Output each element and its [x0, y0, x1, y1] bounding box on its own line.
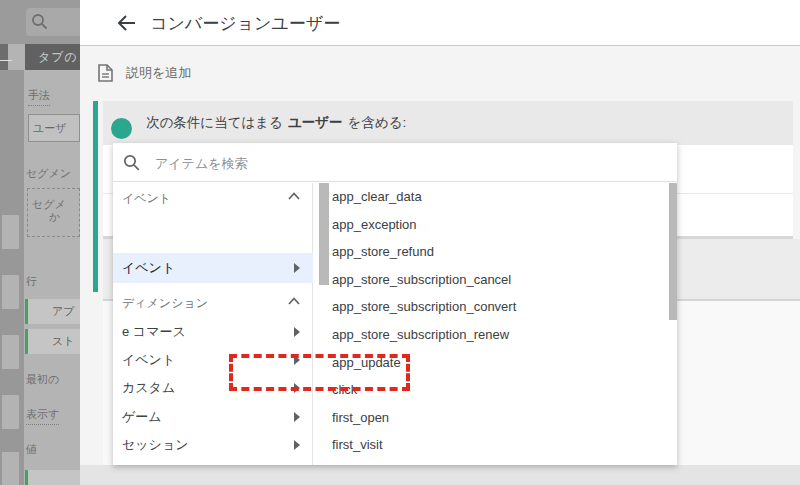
- category-list-item[interactable]: ゲーム: [113, 403, 313, 431]
- rail-chip: [2, 275, 19, 309]
- rail-chip: [2, 395, 19, 429]
- background-top-header: 「: [0, 0, 80, 44]
- category-list-item[interactable]: セッション: [113, 431, 313, 459]
- back-arrow-icon[interactable]: [116, 12, 138, 34]
- background-metric-chip: [25, 470, 80, 485]
- category-pane-scrollbar[interactable]: [319, 183, 329, 285]
- dropdown-search-row: [113, 143, 677, 182]
- category-list-item[interactable]: トラフィック ソース: [113, 459, 313, 465]
- category-item-event-selected[interactable]: イベント: [113, 253, 313, 283]
- event-list-item[interactable]: app_store_subscription_renew: [330, 321, 660, 349]
- audience-editor-modal: コンバージョンユーザー 説明を追加 次の条件に当てはまるユーザーを含める:: [80, 0, 800, 485]
- event-list-item[interactable]: app_store_subscription_cancel: [330, 266, 660, 294]
- category-list-item[interactable]: e コマース: [113, 318, 313, 346]
- background-page: 「 — タブの 手法 ユーザ セグメン セグメ か 行 アプ スト 最初の 表示…: [0, 0, 80, 485]
- background-dimension-chip: アプ: [25, 299, 80, 324]
- event-list-item[interactable]: app_exception: [330, 211, 660, 239]
- page-bottom-strip: [80, 465, 800, 485]
- chevron-right-icon: [294, 412, 300, 422]
- values-pane-scrollbar[interactable]: [669, 183, 677, 320]
- page-title: コンバージョンユーザー: [150, 12, 340, 35]
- event-values-pane: app_clear_data app_exception app_store_r…: [330, 183, 660, 459]
- background-value-label: 値: [26, 442, 37, 457]
- chevron-up-icon: [288, 192, 300, 200]
- chevron-right-icon: [294, 440, 300, 450]
- search-input[interactable]: [155, 151, 455, 175]
- category-list: e コマース イベント カスタム ゲーム セッション トラフィック ソース パブ…: [113, 318, 313, 465]
- condition-header-text: 次の条件に当てはまるユーザーを含める:: [146, 114, 406, 132]
- document-icon: [98, 64, 113, 82]
- chevron-right-icon: [294, 327, 300, 337]
- background-row-label: 行: [26, 274, 37, 289]
- event-list-item[interactable]: first_visit: [330, 431, 660, 459]
- screen: 「 — タブの 手法 ユーザ セグメン セグメ か 行 アプ スト 最初の 表示…: [0, 0, 800, 485]
- item-picker-dropdown: イベント イベント ディメンション e コマース イベント: [113, 143, 677, 465]
- background-tab-header: タブの: [25, 44, 80, 70]
- event-list-item[interactable]: app_store_subscription_convert: [330, 293, 660, 321]
- background-method-select: ユーザ: [28, 114, 80, 142]
- include-scope-icon: [111, 118, 132, 139]
- rail-chip: [2, 335, 19, 369]
- event-list-item[interactable]: first_open: [330, 404, 660, 432]
- background-segment-dropzone: セグメ か: [27, 188, 80, 237]
- rail-chip: [2, 215, 19, 249]
- rail-chip: [2, 452, 19, 485]
- event-list-item[interactable]: app_store_refund: [330, 238, 660, 266]
- background-variables-rail: [0, 70, 24, 485]
- category-group-dimensions[interactable]: ディメンション: [113, 288, 313, 318]
- background-method-label: 手法: [28, 88, 50, 106]
- chevron-up-icon: [288, 297, 300, 305]
- modal-title-bar: コンバージョンユーザー: [80, 0, 800, 46]
- background-first-rows-label: 最初の: [26, 372, 59, 387]
- category-pane: イベント イベント ディメンション e コマース イベント: [113, 183, 313, 465]
- search-icon: [31, 13, 48, 30]
- condition-group-accent-bar: [93, 101, 98, 292]
- category-group-events[interactable]: イベント: [113, 183, 313, 213]
- background-display-rows-label: 表示す: [26, 407, 59, 425]
- event-list-item[interactable]: app_clear_data: [330, 183, 660, 211]
- add-description-button[interactable]: 説明を追加: [98, 62, 298, 84]
- search-icon: [123, 154, 140, 171]
- add-description-label: 説明を追加: [126, 64, 191, 82]
- background-segment-label: セグメン: [26, 166, 71, 181]
- chevron-right-icon: [294, 263, 300, 273]
- background-dimension-chip: スト: [25, 329, 80, 354]
- background-search-bar: 「: [26, 8, 80, 36]
- annotation-box-event-category: [229, 354, 410, 391]
